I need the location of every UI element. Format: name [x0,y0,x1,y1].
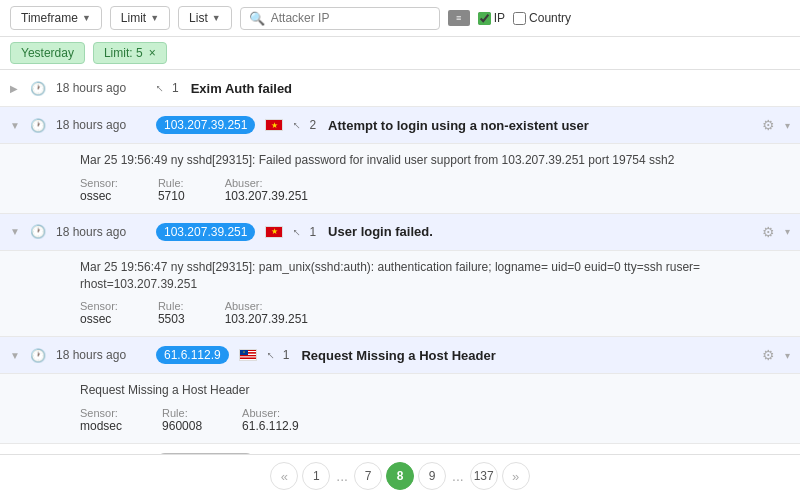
pagination-next-button[interactable]: » [502,462,530,490]
event-meta: Sensor: modsec Rule: 960008 Abuser: 61.6… [80,407,786,433]
ip-badge[interactable]: 212.129.10.234 [156,453,255,454]
event-header[interactable]: ▶ 🕐 18 hours ago ↑ 1 Exim Auth failed [0,70,800,106]
ip-label: IP [494,11,505,25]
events-list: ▶ 🕐 18 hours ago ↑ 1 Exim Auth failed ▼ … [0,70,800,454]
event-row: ▶ 🕐 18 hours ago ↑ 1 Exim Auth failed [0,70,800,107]
event-log: Request Missing a Host Header [80,382,786,399]
event-meta: Sensor: ossec Rule: 5503 Abuser: 103.207… [80,300,786,326]
event-row: ▶ 🕐 18 hours ago 212.129.10.234 ↑ 1 SSHD… [0,444,800,454]
event-time: 18 hours ago [56,225,146,239]
event-details: Request Missing a Host Header Sensor: mo… [0,373,800,443]
clock-icon: 🕐 [30,118,46,133]
collapse-arrow-icon: ▼ [10,120,20,131]
ip-checkbox-label[interactable]: IP [478,11,505,25]
event-count: 2 [309,118,316,132]
collapse-arrow-icon: ▶ [10,83,20,94]
event-direction-icon: ↑ [263,348,277,362]
my-flag-icon [239,349,257,361]
ip-checkbox[interactable] [478,12,491,25]
pagination-page-1[interactable]: 1 [302,462,330,490]
list-button[interactable]: List ▼ [178,6,232,30]
event-direction-icon: ↑ [289,225,303,239]
event-count: 1 [309,225,316,239]
abuser-value: 103.207.39.251 [225,189,308,203]
event-log: Mar 25 19:56:49 ny sshd[29315]: Failed p… [80,152,786,169]
gear-settings-icon[interactable]: ⚙ [762,224,775,240]
chevron-down-icon: ▾ [785,120,790,131]
pagination-prev-button[interactable]: « [270,462,298,490]
search-box: 🔍 [240,7,440,30]
event-time: 18 hours ago [56,81,146,95]
pagination-page-8-active[interactable]: 8 [386,462,414,490]
clock-icon: 🕐 [30,224,46,239]
event-header[interactable]: ▼ 🕐 18 hours ago 103.207.39.251 ★ ↑ 1 Us… [0,214,800,250]
ip-badge[interactable]: 103.207.39.251 [156,223,255,241]
collapse-arrow-icon: ▼ [10,226,20,237]
country-label: Country [529,11,571,25]
meta-rule: Rule: 5710 [158,177,185,203]
sensor-value: ossec [80,312,118,326]
event-direction-icon: ↑ [289,118,303,132]
ip-badge[interactable]: 61.6.112.9 [156,346,229,364]
svg-rect-8 [240,359,256,360]
rule-value: 5710 [158,189,185,203]
limit-filter-close[interactable]: × [149,46,156,60]
caret-down-icon: ▼ [82,13,91,23]
caret-down-icon2: ▼ [150,13,159,23]
abuser-value: 103.207.39.251 [225,312,308,326]
yesterday-filter: Yesterday [10,42,85,64]
abuser-label: Abuser: [225,177,308,189]
pagination-dots-2: ... [450,468,466,484]
svg-rect-5 [240,355,256,356]
meta-sensor: Sensor: modsec [80,407,122,433]
pagination-page-137[interactable]: 137 [470,462,498,490]
event-title: User login failed. [328,224,752,239]
gear-settings-icon[interactable]: ⚙ [762,347,775,363]
svg-rect-7 [240,358,256,359]
sensor-value: ossec [80,189,118,203]
rule-label: Rule: [158,300,185,312]
event-header[interactable]: ▶ 🕐 18 hours ago 212.129.10.234 ↑ 1 SSHD… [0,444,800,454]
ip-badge[interactable]: 103.207.39.251 [156,116,255,134]
event-meta: Sensor: ossec Rule: 5710 Abuser: 103.207… [80,177,786,203]
country-checkbox-label[interactable]: Country [513,11,571,25]
filter-icon: ≡ [456,13,461,23]
gear-settings-icon[interactable]: ⚙ [762,117,775,133]
event-header[interactable]: ▼ 🕐 18 hours ago 103.207.39.251 ★ ↑ 2 At… [0,107,800,143]
meta-rule: Rule: 960008 [162,407,202,433]
event-direction-icon: ↑ [152,81,166,95]
toolbar: Timeframe ▼ Limit ▼ List ▼ 🔍 ≡ IP Countr… [0,0,800,37]
event-title: Request Missing a Host Header [301,348,752,363]
yesterday-filter-label: Yesterday [21,46,74,60]
event-row: ▼ 🕐 18 hours ago 103.207.39.251 ★ ↑ 2 At… [0,107,800,214]
search-input[interactable] [271,11,431,25]
event-log: Mar 25 19:56:47 ny sshd[29315]: pam_unix… [80,259,786,293]
rule-value: 5503 [158,312,185,326]
sensor-label: Sensor: [80,300,118,312]
sensor-label: Sensor: [80,177,118,189]
event-row: ▼ 🕐 18 hours ago 61.6.112.9 ↑ 1 Request … [0,337,800,444]
event-header[interactable]: ▼ 🕐 18 hours ago 61.6.112.9 ↑ 1 Request … [0,337,800,373]
event-count: 1 [172,81,179,95]
limit-button[interactable]: Limit ▼ [110,6,170,30]
app-container: Timeframe ▼ Limit ▼ List ▼ 🔍 ≡ IP Countr… [0,0,800,497]
chevron-down-icon: ▾ [785,226,790,237]
meta-abuser: Abuser: 61.6.112.9 [242,407,299,433]
event-title: Attempt to login using a non-existent us… [328,118,752,133]
vn-flag-icon: ★ [265,119,283,131]
limit-filter: Limit: 5 × [93,42,167,64]
event-details: Mar 25 19:56:47 ny sshd[29315]: pam_unix… [0,250,800,337]
filter-icon-btn[interactable]: ≡ [448,10,470,26]
collapse-arrow-icon: ▼ [10,350,20,361]
sensor-value: modsec [80,419,122,433]
meta-abuser: Abuser: 103.207.39.251 [225,177,308,203]
meta-abuser: Abuser: 103.207.39.251 [225,300,308,326]
meta-sensor: Sensor: ossec [80,177,118,203]
event-title: Exim Auth failed [191,81,790,96]
timeframe-button[interactable]: Timeframe ▼ [10,6,102,30]
pagination-page-9[interactable]: 9 [418,462,446,490]
country-checkbox[interactable] [513,12,526,25]
caret-down-icon3: ▼ [212,13,221,23]
limit-label: Limit [121,11,146,25]
pagination-page-7[interactable]: 7 [354,462,382,490]
